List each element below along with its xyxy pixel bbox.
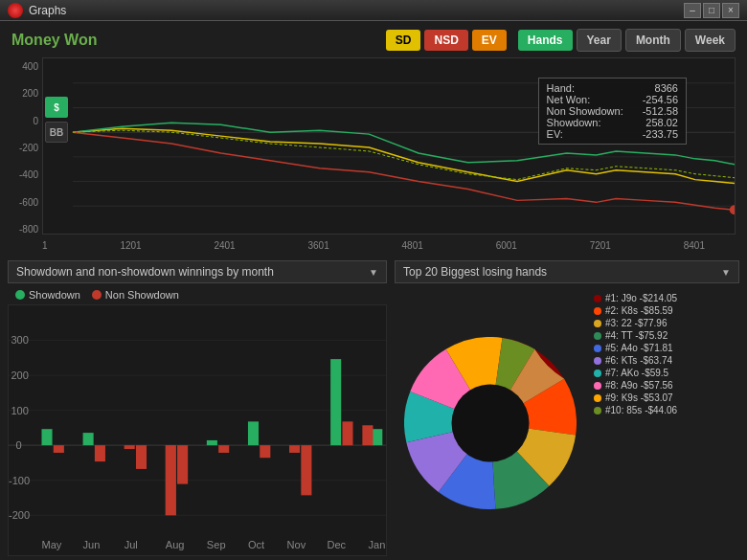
pie-legend-item: #9: K9s -$53.07 xyxy=(594,392,739,403)
tooltip-hand-label: Hand: xyxy=(547,82,575,94)
chart-type-buttons: SD NSD EV xyxy=(386,30,507,51)
hands-button[interactable]: Hands xyxy=(518,30,573,51)
y-label: -200 xyxy=(11,143,38,153)
tooltip-sd-value: 258.02 xyxy=(645,117,678,128)
window-controls: – □ × xyxy=(684,3,739,18)
svg-text:200: 200 xyxy=(11,370,28,381)
x-label: 6001 xyxy=(496,240,517,251)
pie-legend-label: #10: 85s -$44.06 xyxy=(605,405,677,415)
time-range-buttons: Hands Year Month Week xyxy=(518,29,736,52)
svg-text:-100: -100 xyxy=(9,474,30,485)
pie-legend-item: #4: TT -$75.92 xyxy=(594,330,739,341)
bar-chart-dropdown[interactable]: Showdown and non-showdown winnings by mo… xyxy=(8,260,387,283)
svg-text:Sep: Sep xyxy=(207,539,226,550)
showdown-dot xyxy=(15,290,25,300)
legend-showdown: Showdown xyxy=(15,289,80,301)
pie-legend-dot xyxy=(594,357,601,365)
pie-legend-item: #8: A9o -$57.56 xyxy=(594,380,739,391)
svg-text:Dec: Dec xyxy=(327,539,346,550)
svg-text:Aug: Aug xyxy=(166,539,185,550)
x-label: 1201 xyxy=(120,240,141,251)
svg-rect-19 xyxy=(41,429,52,445)
close-button[interactable]: × xyxy=(722,3,739,18)
tooltip-netwon-label: Net Won: xyxy=(547,94,591,105)
svg-text:Jul: Jul xyxy=(124,539,138,550)
pie-chart-area xyxy=(395,289,586,556)
maximize-button[interactable]: □ xyxy=(703,3,720,18)
pie-legend-label: #7: AKo -$59.5 xyxy=(605,368,668,378)
svg-rect-36 xyxy=(372,429,382,445)
year-button[interactable]: Year xyxy=(577,29,622,52)
svg-rect-35 xyxy=(342,421,352,445)
main-content: Money Won SD NSD EV Hands Year Month Wee… xyxy=(0,21,747,560)
svg-rect-27 xyxy=(177,445,188,483)
pie-legend-dot xyxy=(594,370,601,377)
svg-text:300: 300 xyxy=(11,334,28,346)
tooltip-netwon-value: -254.56 xyxy=(643,94,678,105)
sd-button[interactable]: SD xyxy=(386,30,421,51)
pie-legend-label: #9: K9s -$53.07 xyxy=(605,392,673,403)
pie-chart-dropdown[interactable]: Top 20 Biggest losing hands ▼ xyxy=(395,260,739,283)
svg-rect-26 xyxy=(166,445,176,515)
nsd-button[interactable]: NSD xyxy=(424,30,467,51)
main-chart: $ BB xyxy=(42,57,736,235)
svg-rect-31 xyxy=(260,445,270,458)
y-label: -600 xyxy=(11,197,38,208)
minimize-button[interactable]: – xyxy=(684,3,701,18)
pie-chart-dropdown-label: Top 20 Biggest losing hands xyxy=(403,265,721,279)
y-label: 0 xyxy=(11,116,38,126)
x-label: 2401 xyxy=(214,240,235,251)
pie-legend-item: #6: KTs -$63.74 xyxy=(594,355,739,366)
section-title: Money Won xyxy=(11,32,386,49)
top-section: Money Won SD NSD EV Hands Year Month Wee… xyxy=(0,21,747,257)
svg-rect-37 xyxy=(362,425,373,445)
showdown-label: Showdown xyxy=(29,289,80,301)
pie-legend-dot xyxy=(594,332,601,340)
chart-left-buttons: $ BB xyxy=(45,97,68,143)
svg-rect-20 xyxy=(54,445,64,453)
pie-legend-dot xyxy=(594,320,601,327)
svg-text:Nov: Nov xyxy=(287,539,306,550)
svg-text:0: 0 xyxy=(15,439,21,451)
svg-rect-32 xyxy=(289,445,300,453)
y-label: -800 xyxy=(11,224,38,235)
svg-rect-21 xyxy=(83,433,94,445)
pie-container: #1: J9o -$214.05 #2: K8s -$85.59 #3: 22 … xyxy=(395,289,739,556)
pie-legend-item: #1: J9o -$214.05 xyxy=(594,293,739,303)
tooltip-ev-label: EV: xyxy=(547,128,563,140)
y-label: 400 xyxy=(11,61,38,72)
ev-button[interactable]: EV xyxy=(472,30,507,51)
svg-rect-29 xyxy=(218,445,229,453)
y-axis: 400 200 0 -200 -400 -600 -800 xyxy=(11,57,42,238)
bar-chart-svg: 300 200 100 0 -100 -200 xyxy=(9,305,386,555)
pie-legend-dot xyxy=(594,295,601,302)
month-button[interactable]: Month xyxy=(625,29,681,52)
dollar-button[interactable]: $ xyxy=(45,97,68,118)
tooltip-hand-value: 8366 xyxy=(655,82,678,94)
pie-legend-item: #3: 22 -$77.96 xyxy=(594,318,739,328)
svg-rect-33 xyxy=(301,445,311,495)
top-controls: Money Won SD NSD EV Hands Year Month Wee… xyxy=(11,29,736,52)
pie-legend-label: #4: TT -$75.92 xyxy=(605,330,668,341)
svg-rect-28 xyxy=(207,440,217,445)
tooltip-nonsd-value: -512.58 xyxy=(643,105,678,117)
tooltip-ev-value: -233.75 xyxy=(643,128,678,140)
pie-legend: #1: J9o -$214.05 #2: K8s -$85.59 #3: 22 … xyxy=(594,289,739,556)
nonshowdown-label: Non Showdown xyxy=(105,289,179,301)
window-title: Graphs xyxy=(29,4,684,17)
y-label: -400 xyxy=(11,169,38,180)
pie-chart-dropdown-arrow: ▼ xyxy=(721,267,731,278)
bb-button[interactable]: BB xyxy=(45,122,68,143)
tooltip-nonsd-label: Non Showdown: xyxy=(547,105,623,117)
pie-legend-item: #7: AKo -$59.5 xyxy=(594,368,739,378)
svg-text:Jan: Jan xyxy=(369,539,386,550)
legend-nonshowdown: Non Showdown xyxy=(92,289,179,301)
pie-legend-item: #10: 85s -$44.06 xyxy=(594,405,739,415)
week-button[interactable]: Week xyxy=(685,29,736,52)
pie-legend-label: #2: K8s -$85.59 xyxy=(605,305,673,316)
svg-text:Jun: Jun xyxy=(83,539,101,550)
x-label: 3601 xyxy=(308,240,329,251)
bar-chart-dropdown-arrow: ▼ xyxy=(369,267,378,278)
svg-text:100: 100 xyxy=(11,404,28,415)
svg-text:Oct: Oct xyxy=(248,539,265,550)
